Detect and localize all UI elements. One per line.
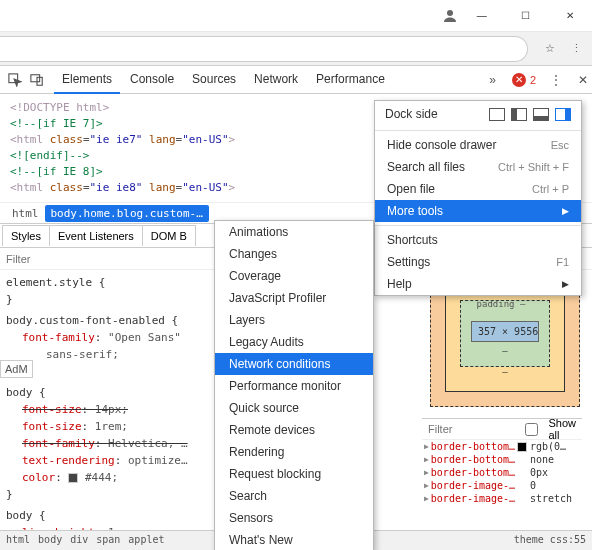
devtools-menu-icon[interactable]: ⋮ (550, 73, 562, 87)
bc-item[interactable]: body (38, 534, 62, 547)
show-all-label: Show all (548, 417, 576, 441)
tab-event-listeners[interactable]: Event Listeners (49, 225, 143, 246)
box-padding-label: padding – (467, 299, 535, 309)
address-bar[interactable] (0, 36, 528, 62)
profile-icon[interactable] (440, 6, 460, 26)
submenu-item[interactable]: Animations (215, 221, 373, 243)
error-badge-icon[interactable]: ✕ (512, 73, 526, 87)
tab-console[interactable]: Console (122, 66, 182, 94)
device-toggle-icon[interactable] (26, 73, 48, 87)
more-tools-submenu: AnimationsChangesCoverageJavaScript Prof… (214, 220, 374, 550)
toolbar-row: ☆ ⋮ (0, 32, 592, 66)
menu-settings[interactable]: SettingsF1 (375, 251, 581, 273)
menu-more-tools[interactable]: More tools▶ (375, 200, 581, 222)
tab-styles[interactable]: Styles (2, 225, 50, 246)
submenu-item[interactable]: Request blocking (215, 463, 373, 485)
menu-help[interactable]: Help▶ (375, 273, 581, 295)
submenu-item[interactable]: Changes (215, 243, 373, 265)
computed-filter-input[interactable] (422, 423, 482, 435)
submenu-item[interactable]: Network conditions (215, 353, 373, 375)
submenu-item[interactable]: Legacy Audits (215, 331, 373, 353)
tab-elements[interactable]: Elements (54, 66, 120, 94)
devtools-tabs: Elements Console Sources Network Perform… (54, 66, 393, 94)
bookmark-star-icon[interactable]: ☆ (540, 39, 560, 59)
submenu-item[interactable]: Rendering (215, 441, 373, 463)
svg-rect-2 (31, 74, 40, 81)
dock-right-icon[interactable] (555, 108, 571, 121)
box-dash: – (471, 346, 539, 356)
show-all-checkbox[interactable] (518, 423, 545, 436)
computed-row[interactable]: ▶border-bottom…0px (422, 466, 582, 479)
box-content-size: 357 × 9556 (471, 321, 539, 342)
more-tabs-icon[interactable]: » (489, 73, 496, 87)
bc-item[interactable]: applet (128, 534, 164, 547)
devtools-close-icon[interactable]: ✕ (578, 73, 588, 87)
minimize-button[interactable]: — (460, 1, 504, 31)
computed-row[interactable]: ▶border-bottom…none (422, 453, 582, 466)
submenu-item[interactable]: What's New (215, 529, 373, 550)
submenu-item[interactable]: JavaScript Profiler (215, 287, 373, 309)
menu-open-file[interactable]: Open fileCtrl + P (375, 178, 581, 200)
bc-source[interactable]: theme css:55 (514, 534, 586, 547)
submenu-item[interactable]: Performance monitor (215, 375, 373, 397)
inspect-icon[interactable] (4, 73, 26, 87)
devtools-main-menu: Dock side Hide console drawerEsc Search … (374, 100, 582, 296)
menu-search-all[interactable]: Search all filesCtrl + Shift + F (375, 156, 581, 178)
submenu-item[interactable]: Sensors (215, 507, 373, 529)
computed-row[interactable]: ▶border-image-…stretch (422, 492, 582, 505)
error-count[interactable]: 2 (530, 74, 536, 86)
tab-dom-breakpoints[interactable]: DOM B (142, 225, 196, 246)
bc-item[interactable]: span (96, 534, 120, 547)
submenu-item[interactable]: Remote devices (215, 419, 373, 441)
close-button[interactable]: ✕ (548, 1, 592, 31)
browser-menu-icon[interactable]: ⋮ (566, 39, 586, 59)
tab-network[interactable]: Network (246, 66, 306, 94)
computed-row[interactable]: ▶border-image-…0 (422, 479, 582, 492)
crumb-body[interactable]: body.home.blog.custom-… (45, 205, 209, 222)
computed-pane: Show all ▶border-bottom…rgb(0…▶border-bo… (422, 418, 582, 505)
dock-bottom-icon[interactable] (533, 108, 549, 121)
ad-label: AdM (0, 360, 33, 378)
svg-point-0 (447, 10, 453, 16)
crumb-html[interactable]: html (6, 205, 45, 222)
tab-performance[interactable]: Performance (308, 66, 393, 94)
bc-item[interactable]: div (70, 534, 88, 547)
box-dash: – (460, 367, 550, 377)
dock-undock-icon[interactable] (489, 108, 505, 121)
bc-item[interactable]: html (6, 534, 30, 547)
submenu-item[interactable]: Search (215, 485, 373, 507)
maximize-button[interactable]: ☐ (504, 1, 548, 31)
color-swatch[interactable] (68, 473, 78, 483)
devtools-toolbar: Elements Console Sources Network Perform… (0, 66, 592, 94)
menu-hide-drawer[interactable]: Hide console drawerEsc (375, 134, 581, 156)
submenu-item[interactable]: Quick source (215, 397, 373, 419)
computed-row[interactable]: ▶border-bottom…rgb(0… (422, 440, 582, 453)
menu-shortcuts[interactable]: Shortcuts (375, 229, 581, 251)
submenu-item[interactable]: Coverage (215, 265, 373, 287)
dock-left-icon[interactable] (511, 108, 527, 121)
dock-side-label: Dock side (385, 107, 438, 121)
window-titlebar: — ☐ ✕ (0, 0, 592, 32)
submenu-item[interactable]: Layers (215, 309, 373, 331)
tab-sources[interactable]: Sources (184, 66, 244, 94)
